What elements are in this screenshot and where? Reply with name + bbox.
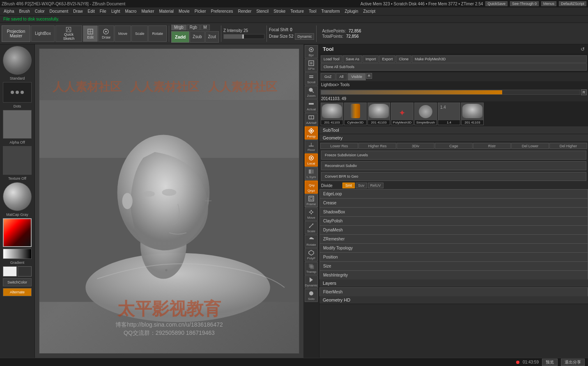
menu-preferences[interactable]: Preferences (209, 9, 235, 14)
zremesher-button[interactable]: ZRemesher (319, 234, 588, 243)
polyf-button[interactable]: PolyF (305, 248, 318, 261)
menu-light[interactable]: Light (109, 9, 122, 14)
zoom-button[interactable]: Zoom (305, 86, 318, 99)
matcap-preview[interactable] (3, 182, 32, 211)
solo-button[interactable]: Solo (305, 289, 318, 302)
position-button[interactable]: Position (319, 252, 588, 261)
canvas-area[interactable]: 人人素材社区 人人素材社区 人人素材社区 人人素材社区 人人素材社区 人人素材社… (35, 44, 303, 358)
quicksave-button[interactable]: QuickSave (485, 1, 508, 6)
3div-button[interactable]: 3Div (397, 143, 434, 149)
dynamesh-button[interactable]: DynaMesh (319, 225, 588, 234)
menu-stencil[interactable]: Stencil (254, 9, 271, 14)
dynamic-icon-button[interactable]: Dynamic (305, 275, 318, 288)
edit-button[interactable]: Edit (83, 25, 98, 42)
menu-color[interactable]: Color (33, 9, 47, 14)
claypolish-button[interactable]: ClayPolish (319, 216, 588, 225)
menu-alpha[interactable]: Alpha (2, 9, 16, 14)
menu-macro[interactable]: Macro (123, 9, 139, 14)
subtool-section-header[interactable]: SubTool (319, 126, 588, 134)
all-button[interactable]: All (336, 73, 347, 80)
preview-button[interactable]: 预览 (542, 359, 558, 366)
mesh-integrity-button[interactable]: MeshIntegrity (319, 270, 588, 279)
dynamic-button[interactable]: Dynamic (295, 33, 314, 40)
smt-button[interactable]: Smt (342, 183, 355, 188)
zadd-button[interactable]: Zadd (171, 31, 189, 43)
qxyz-button[interactable]: Qxyz Qxyz (305, 181, 318, 194)
color-swatch-white[interactable] (3, 266, 17, 277)
thumbnail-3[interactable]: 201 41103 (368, 103, 390, 125)
rgb-button[interactable]: Rgb (187, 25, 200, 30)
menu-marker[interactable]: Marker (139, 9, 156, 14)
color-picker[interactable] (3, 218, 32, 247)
switch-color-button[interactable]: SwitchColor (3, 278, 32, 286)
thumbnail-1[interactable]: 201 41103 (321, 103, 343, 125)
thumbnail-4[interactable]: ✦ PolyMesh3D (391, 103, 413, 125)
zsub-button[interactable]: Zsub (190, 31, 204, 43)
ristr-button[interactable]: Ristr (473, 143, 511, 149)
floor-button[interactable]: Floor (305, 140, 318, 153)
del-higher-button[interactable]: Del Higher (549, 143, 587, 149)
visible-button[interactable]: Visible (348, 73, 366, 80)
tool-refresh-icon[interactable]: ↺ (581, 46, 585, 52)
alpha-preview[interactable] (3, 110, 32, 139)
gradient-button[interactable] (3, 249, 32, 259)
canvas-image[interactable]: 人人素材社区 人人素材社区 人人素材社区 人人素材社区 人人素材社区 人人素材社… (39, 48, 299, 354)
menu-document[interactable]: Document (48, 9, 71, 14)
lsym-button[interactable]: L.Sym (305, 167, 318, 180)
make-polymesh-button[interactable]: Make PolyMesh3D (412, 55, 587, 63)
rotate-button[interactable]: Rotate (148, 25, 167, 42)
version-r-button[interactable]: R (581, 89, 587, 95)
size-button[interactable]: Size (319, 261, 588, 270)
menu-draw[interactable]: Draw (71, 9, 85, 14)
texture-preview[interactable] (3, 146, 32, 175)
zcut-button[interactable]: Zcut (205, 31, 219, 43)
goz-button[interactable]: GoZ (321, 73, 335, 80)
z-intensity-slider[interactable] (223, 34, 264, 39)
m-button[interactable]: M (200, 25, 209, 30)
scale-button[interactable]: Scale (131, 25, 148, 42)
bpr-button[interactable]: Bpr (305, 45, 318, 58)
geometry-hd-header[interactable]: Geometry HD (319, 296, 588, 304)
alternate-button[interactable]: Alternate (3, 288, 32, 296)
convert-bfr-button[interactable]: Convert BFR to Geo (321, 172, 586, 181)
menu-render[interactable]: Render (236, 9, 253, 14)
menu-brush[interactable]: Brush (17, 9, 32, 14)
spix-button[interactable]: SPix (305, 59, 318, 72)
fibermesh-button[interactable]: FiberMesh (319, 287, 588, 296)
thumbnail-2[interactable]: Cylinder3D (344, 103, 367, 125)
menu-texture[interactable]: Texture (288, 9, 306, 14)
clone-button[interactable]: Clone (396, 55, 411, 63)
projection-master-button[interactable]: Projection Master (2, 25, 30, 42)
edgeloop-button[interactable]: EdgeLoop (319, 189, 588, 198)
exit-share-button[interactable]: 退出分享 (561, 359, 585, 366)
defaultscript-button[interactable]: DefaultZScript (559, 1, 586, 6)
quick-sketch-button[interactable]: Quick Sketch (55, 25, 82, 42)
crease-button[interactable]: Crease (319, 198, 588, 207)
del-lower-button[interactable]: Del Lower (511, 143, 549, 149)
import-button[interactable]: Import (363, 55, 379, 63)
lower-res-button[interactable]: Lower Res (320, 143, 358, 149)
export-button[interactable]: Export (379, 55, 395, 63)
local-button[interactable]: Local (305, 153, 318, 167)
draw-button[interactable]: Draw (98, 25, 114, 42)
actual-button[interactable]: Actual (305, 99, 318, 112)
modify-topology-button[interactable]: Modify Topology (319, 243, 588, 252)
scroll-button[interactable]: Scroll (305, 72, 318, 85)
r-button[interactable]: R (366, 73, 372, 79)
shadowbox-button[interactable]: ShadowBox (319, 207, 588, 216)
move-tool-button[interactable]: Move (305, 208, 318, 221)
clone-all-button[interactable]: Clone All SubTools (321, 63, 587, 71)
layers-header[interactable]: Layers (319, 279, 588, 287)
menu-transform[interactable]: Transform (319, 9, 342, 14)
menu-picker[interactable]: Picker (193, 9, 208, 14)
higher-res-button[interactable]: Higher Res (358, 143, 396, 149)
thumbnail-5[interactable]: SimpleBrush (414, 103, 437, 125)
save-as-button[interactable]: Save As (343, 55, 362, 63)
thumbnail-7[interactable]: 201 41103 (461, 103, 484, 125)
menu-stroke[interactable]: Stroke (271, 9, 287, 14)
menu-zplugin[interactable]: Zplugin (343, 9, 361, 14)
persp-button[interactable]: Persp (305, 126, 318, 140)
transp-button[interactable]: Transp (305, 262, 318, 275)
aahalf-button[interactable]: AAHalf (305, 113, 318, 126)
seethrough-button[interactable]: See-Through 0 (510, 1, 539, 6)
